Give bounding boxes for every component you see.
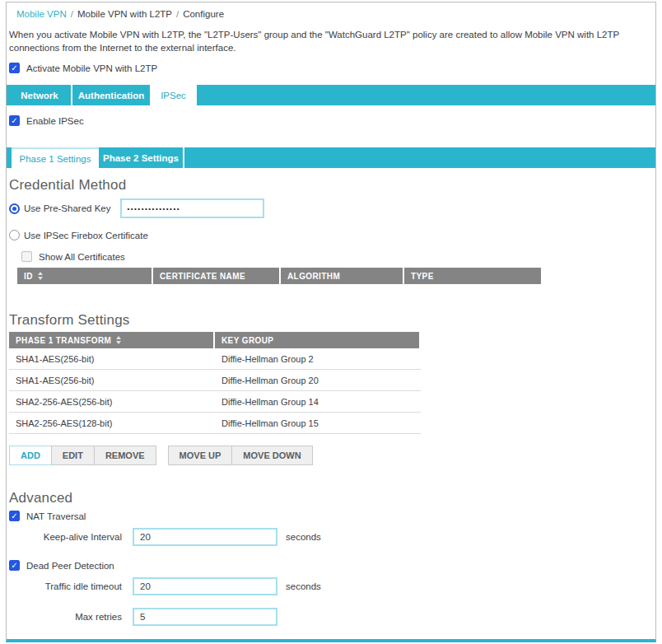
- checkbox-unchecked-icon: [21, 251, 32, 262]
- tab-authentication[interactable]: Authentication: [72, 85, 152, 105]
- show-all-certificates-label: Show All Certificates: [39, 252, 125, 262]
- column-header-algorithm[interactable]: ALGORITHM: [281, 268, 404, 284]
- tab-phase2-settings[interactable]: Phase 2 Settings: [99, 147, 184, 168]
- transform-table-header: PHASE 1 TRANSFORM KEY GROUP: [9, 332, 421, 348]
- advanced-heading: Advanced: [9, 490, 655, 506]
- use-firebox-certificate-radio[interactable]: Use IPSec Firebox Certificate: [9, 230, 655, 240]
- pre-shared-key-input[interactable]: [120, 198, 264, 218]
- max-retries-label: Max retries: [7, 612, 122, 622]
- max-retries-input[interactable]: [133, 608, 277, 626]
- show-all-certificates-checkbox[interactable]: Show All Certificates: [21, 251, 655, 262]
- column-header-certificate-name[interactable]: CERTIFICATE NAME: [153, 268, 281, 284]
- breadcrumb-link-mobile-vpn-l2tp[interactable]: Mobile VPN with L2TP: [77, 9, 172, 19]
- checkbox-checked-icon: ✓: [9, 511, 20, 521]
- l2tp-configure-page: Mobile VPN/Mobile VPN with L2TP/Configur…: [6, 2, 656, 642]
- activate-l2tp-label: Activate Mobile VPN with L2TP: [26, 63, 157, 73]
- nat-traversal-label: NAT Traversal: [26, 511, 86, 521]
- key-group-cell: Diffie-Hellman Group 20: [215, 370, 419, 390]
- sort-icon: [116, 336, 121, 344]
- breadcrumb-separator: /: [71, 9, 73, 19]
- use-firebox-certificate-label: Use IPSec Firebox Certificate: [24, 231, 148, 240]
- edit-button[interactable]: EDIT: [51, 446, 95, 465]
- radio-selected-icon: [9, 203, 20, 214]
- key-group-cell: Diffie-Hellman Group 2: [215, 348, 419, 369]
- checkbox-checked-icon: ✓: [9, 560, 20, 571]
- tab-ipsec[interactable]: IPSec: [152, 85, 197, 105]
- transform-table: PHASE 1 TRANSFORM KEY GROUP SHA1-AES(256…: [9, 332, 421, 434]
- remove-button[interactable]: REMOVE: [94, 446, 156, 465]
- table-row[interactable]: SHA1-AES(256-bit) Diffie-Hellman Group 2: [9, 348, 421, 370]
- tab-phase1-settings[interactable]: Phase 1 Settings: [12, 147, 99, 168]
- pre-shared-key-row: Use Pre-Shared Key: [9, 198, 655, 218]
- key-group-cell: Diffie-Hellman Group 14: [215, 391, 419, 412]
- table-row[interactable]: SHA2-256-AES(256-bit) Diffie-Hellman Gro…: [9, 391, 421, 413]
- traffic-idle-input[interactable]: [133, 577, 277, 595]
- dead-peer-detection-label: Dead Peer Detection: [26, 561, 114, 571]
- transform-actions: ADD EDIT REMOVE MOVE UP MOVE DOWN: [9, 446, 655, 465]
- intro-text: When you activate Mobile VPN with L2TP, …: [9, 28, 650, 54]
- credential-method-heading: Credential Method: [9, 177, 655, 194]
- transform-settings-heading: Transform Settings: [9, 312, 655, 329]
- dead-peer-detection-checkbox[interactable]: ✓ Dead Peer Detection: [9, 560, 655, 571]
- radio-unselected-icon: [9, 230, 20, 240]
- key-group-cell: Diffie-Hellman Group 15: [215, 413, 419, 433]
- transform-cell: SHA1-AES(256-bit): [9, 348, 215, 369]
- sort-icon: [38, 272, 43, 280]
- add-button[interactable]: ADD: [9, 446, 52, 465]
- nat-traversal-checkbox[interactable]: ✓ NAT Traversal: [9, 511, 655, 521]
- keep-alive-input[interactable]: [133, 528, 277, 546]
- certificate-table-header: ID CERTIFICATE NAME ALGORITHM TYPE: [17, 268, 655, 284]
- checkbox-checked-icon: ✓: [9, 115, 20, 126]
- transform-cell: SHA2-256-AES(128-bit): [9, 413, 215, 433]
- column-header-key-group[interactable]: KEY GROUP: [215, 332, 419, 348]
- column-header-id[interactable]: ID: [17, 268, 153, 284]
- phase-tabbar: Phase 1 Settings Phase 2 Settings: [7, 147, 655, 168]
- keep-alive-unit: seconds: [286, 532, 321, 542]
- breadcrumb: Mobile VPN/Mobile VPN with L2TP/Configur…: [16, 9, 655, 19]
- traffic-idle-unit: seconds: [286, 581, 321, 591]
- transform-cell: SHA2-256-AES(256-bit): [9, 391, 215, 412]
- keep-alive-row: Keep-alive Interval seconds: [7, 528, 655, 546]
- breadcrumb-separator: /: [176, 9, 179, 19]
- column-header-phase1-transform[interactable]: PHASE 1 TRANSFORM: [9, 332, 215, 348]
- activate-l2tp-checkbox[interactable]: ✓ Activate Mobile VPN with L2TP: [9, 63, 655, 73]
- checkbox-checked-icon: ✓: [9, 63, 20, 73]
- main-tabbar: Network Authentication IPSec: [7, 85, 655, 105]
- move-down-button[interactable]: MOVE DOWN: [231, 446, 312, 465]
- move-up-button[interactable]: MOVE UP: [168, 446, 233, 465]
- traffic-idle-label: Traffic idle timeout: [7, 581, 122, 591]
- column-header-type[interactable]: TYPE: [404, 268, 541, 284]
- use-pre-shared-key-label: Use Pre-Shared Key: [24, 203, 110, 213]
- enable-ipsec-label: Enable IPSec: [26, 116, 84, 126]
- tab-network[interactable]: Network: [8, 85, 72, 105]
- breadcrumb-link-mobile-vpn[interactable]: Mobile VPN: [16, 9, 67, 19]
- table-row[interactable]: SHA1-AES(256-bit) Diffie-Hellman Group 2…: [9, 370, 421, 391]
- transform-cell: SHA1-AES(256-bit): [9, 370, 215, 390]
- traffic-idle-row: Traffic idle timeout seconds: [7, 577, 655, 595]
- use-pre-shared-key-radio[interactable]: Use Pre-Shared Key: [9, 203, 120, 214]
- breadcrumb-current-configure: Configure: [183, 9, 224, 19]
- table-row[interactable]: SHA2-256-AES(128-bit) Diffie-Hellman Gro…: [9, 413, 421, 434]
- max-retries-row: Max retries: [7, 608, 655, 626]
- keep-alive-label: Keep-alive Interval: [7, 532, 122, 542]
- enable-ipsec-checkbox[interactable]: ✓ Enable IPSec: [9, 115, 655, 126]
